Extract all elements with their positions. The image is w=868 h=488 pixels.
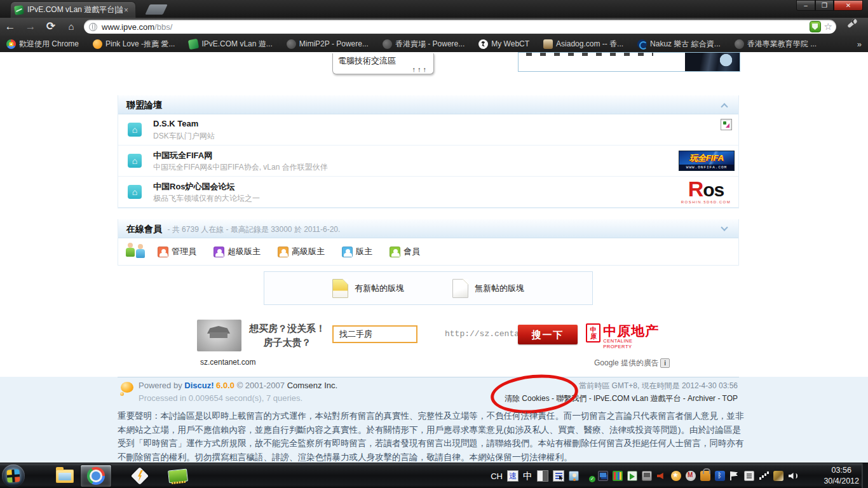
forum-link[interactable]: 中国玩全FIFA网 — [153, 150, 212, 161]
show-desktop-button[interactable] — [862, 463, 868, 488]
forum-row-dsk[interactable]: ⌂ D.S.K Team DSK车队门户网站 — [118, 114, 738, 146]
bookmark-item[interactable]: 歡迎使用 Chrome — [6, 39, 79, 50]
google-ad-banner[interactable]: 想买房？没关系！ 房子太贵？ 找二手房 http://sz.centanet.c… — [197, 320, 661, 351]
forum-link[interactable]: 中国Ros炉心国会论坛 — [153, 181, 235, 193]
collapse-chevron-icon[interactable] — [721, 103, 728, 110]
powered-by-line: Powered by Discuz! 6.0.0 © 2001-2007 Com… — [139, 381, 337, 390]
ime-language-button[interactable]: CH — [491, 471, 503, 481]
timezone-line: 當前時區 GMT+8, 現在時間是 2012-4-30 03:56 — [579, 381, 738, 391]
ad-search-button[interactable]: 搜一下 — [518, 325, 578, 344]
globe-icon — [89, 23, 97, 31]
section-title: 聯盟論壇 — [126, 100, 162, 110]
forum-link[interactable]: D.S.K Team — [153, 119, 198, 128]
tray-usb-icon[interactable]: ✓ — [583, 471, 593, 481]
minimize-button[interactable]: – — [796, 0, 815, 11]
forum-row-fifa[interactable]: ⌂ 中国玩全FIFA网 中国玩全FIFA网&中国FIFA协会, vLan 合作联… — [118, 146, 738, 177]
winamp-taskbar-button[interactable] — [125, 464, 155, 487]
online-section-header[interactable]: 在線會員 - 共 6739 人在線 - 最高記錄是 33000 於 2011-6… — [118, 219, 738, 238]
home-button[interactable]: ⌂ — [61, 18, 81, 35]
forum-dropdown-panel[interactable]: 電腦技術交流區 ↑↑↑ — [332, 53, 434, 74]
up-arrows-icon: ↑↑↑ — [412, 65, 429, 73]
close-button[interactable]: ✕ — [834, 0, 863, 11]
globe-icon — [287, 39, 296, 49]
tray-bluetooth-icon[interactable] — [715, 471, 725, 481]
maximize-button[interactable]: ❐ — [815, 0, 834, 11]
discuz-link[interactable]: Discuz! — [184, 381, 214, 390]
new-tab-button[interactable] — [145, 4, 167, 15]
site-home-link[interactable]: IPvE.COM vLan 遊戲平台 — [593, 394, 681, 403]
bookmark-item[interactable]: Asiadog.com -- 香... — [543, 39, 623, 50]
explorer-taskbar-button[interactable] — [50, 464, 80, 487]
tray-red-speaker-icon[interactable] — [656, 471, 667, 481]
ads-by-google[interactable]: Google 提供的廣告 i — [594, 358, 670, 369]
members-group-icon — [126, 243, 147, 261]
bookmark-item[interactable]: My WebCT — [478, 39, 529, 49]
bookmark-item[interactable]: Pink Love -推薦 愛... — [93, 39, 175, 50]
alliance-forums-section: 聯盟論壇 ⌂ D.S.K Team DSK车队门户网站 ⌂ 中国玩全FIFA网 … — [118, 95, 739, 208]
tray-display-icon[interactable] — [642, 471, 652, 481]
reload-button[interactable]: ⟳ — [41, 18, 61, 35]
webct-icon — [478, 39, 488, 49]
footer-links: 清除 Cookies - 聯繫我們 - IPvE.COM vLan 遊戲平台 -… — [505, 393, 738, 404]
tray-star-icon[interactable] — [671, 471, 681, 481]
globe-icon — [735, 39, 744, 49]
bookmark-star-icon[interactable]: ☆ — [824, 21, 832, 32]
network-app-taskbar-button[interactable] — [163, 464, 193, 487]
board-status-legend: 有新帖的版塊 無新帖的版塊 — [264, 271, 593, 305]
tray-media-icon[interactable] — [627, 471, 637, 481]
pinklove-icon — [93, 39, 102, 49]
top-link[interactable]: TOP — [722, 394, 738, 403]
tray-color-grid-icon[interactable] — [613, 471, 623, 481]
home-icon: ⌂ — [128, 154, 142, 168]
ime-toolbar-icon[interactable] — [553, 470, 564, 482]
bookmark-item[interactable]: IPvE.COM vLan 遊... — [189, 39, 272, 50]
back-button[interactable]: ← — [0, 18, 20, 35]
tray-touchpad-icon[interactable] — [773, 471, 783, 481]
ime-chinese-button[interactable]: 中 — [523, 470, 532, 482]
archiver-link[interactable]: Archiver — [688, 394, 715, 403]
moderator-avatar-icon — [342, 247, 353, 257]
bookmarks-overflow-chevron-icon[interactable]: » — [857, 39, 862, 49]
role-senior-moderator: 高級版主 — [278, 246, 325, 257]
tray-clipboard-icon[interactable] — [744, 471, 754, 481]
tray-photo-icon[interactable] — [569, 471, 579, 481]
panel-label: 電腦技術交流區 — [338, 56, 396, 65]
ad-source-url[interactable]: sz.centanet.com — [200, 358, 255, 367]
cutoff-banner-image — [685, 53, 740, 71]
bookmark-item[interactable]: MimiP2P - Powere... — [287, 39, 369, 49]
browser-tab[interactable]: IPvE.COM vLan 遊戲平台|論壇 × — [10, 1, 136, 18]
bookmark-item[interactable]: Nakuz 樂古 綜合資... — [637, 39, 721, 50]
forum-row-ros[interactable]: ⌂ 中国Ros炉心国会论坛 极品飞车领域仅有的大论坛之一 Ros ROSHIN.… — [118, 177, 738, 208]
contact-us-link[interactable]: 聯繫我們 — [556, 394, 587, 403]
security-extension-icon[interactable] — [810, 21, 821, 32]
bookmark-item[interactable]: 香港賣場 - Powere... — [383, 39, 465, 50]
tab-close-icon[interactable]: × — [124, 6, 128, 15]
tray-lock-icon[interactable] — [700, 471, 710, 481]
clear-cookies-link[interactable]: 清除 Cookies — [505, 394, 550, 403]
chrome-menu-wrench-icon[interactable] — [843, 20, 862, 34]
address-bar[interactable]: www.ipve.com /bbs/ ☆ — [84, 20, 836, 34]
tray-action-center-flag-icon[interactable] — [729, 471, 740, 481]
tray-mcafee-icon[interactable] — [686, 471, 696, 481]
ime-fullwidth-icon[interactable] — [537, 470, 548, 482]
desktop: IPvE.COM vLan 遊戲平台|論壇 × – ❐ ✕ ← → ⟳ ⌂ ww… — [0, 0, 868, 488]
collapse-chevron-icon[interactable] — [721, 224, 728, 231]
chrome-taskbar-button-active[interactable] — [80, 464, 112, 487]
fifa-banner-image[interactable]: 玩全FIFA WWW.ONFIFA.COM — [679, 151, 735, 171]
ime-quick-input-icon[interactable]: 速 — [507, 470, 519, 482]
tray-network-signal-icon[interactable] — [759, 471, 769, 481]
tray-network-monitor-icon[interactable] — [598, 471, 608, 481]
bookmark-item[interactable]: 香港專業教育學院 ... — [735, 39, 817, 50]
forward-button[interactable]: → — [20, 18, 41, 35]
tray-volume-icon[interactable] — [788, 471, 798, 481]
new-posts-legend: 有新帖的版塊 — [332, 279, 404, 298]
taskbar-clock[interactable]: 03:56 30/4/2012 — [824, 465, 859, 487]
start-button[interactable] — [2, 464, 25, 487]
ros-logo-image[interactable]: Ros ROSHIN.5D6D.COM — [676, 179, 736, 206]
ad-info-icon[interactable]: i — [660, 358, 670, 368]
ad-search-input[interactable]: 找二手房 — [332, 325, 417, 343]
alliance-section-header[interactable]: 聯盟論壇 — [118, 95, 738, 114]
clock-time: 03:56 — [824, 465, 859, 476]
chrome-icon — [87, 467, 105, 485]
super-moderator-avatar-icon — [214, 247, 224, 257]
